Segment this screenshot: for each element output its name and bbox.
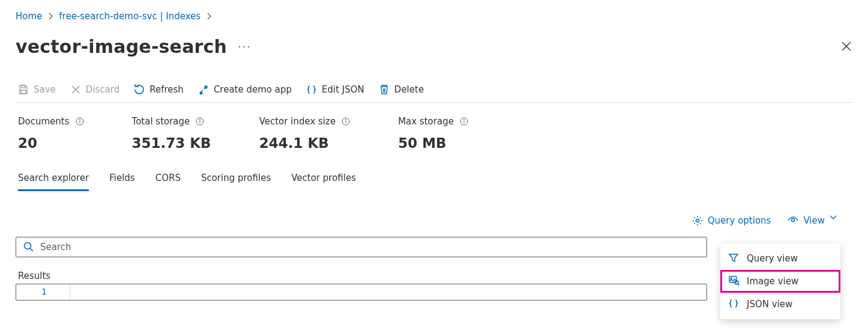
chevron-right-icon [48,13,53,20]
search-input[interactable] [40,242,699,252]
query-options-label: Query options [708,215,771,226]
svg-rect-2 [22,85,25,88]
results-content[interactable] [70,284,707,300]
menu-item-json-view[interactable]: JSON view [720,293,840,316]
close-button[interactable] [842,41,852,52]
query-options-button[interactable]: Query options [692,215,771,226]
discard-label: Discard [86,84,119,95]
toolbar: Save Discard Refresh Create demo app Edi… [16,84,852,103]
info-icon[interactable] [76,117,84,126]
stat-vector-index-label: Vector index size [259,116,336,127]
results-line-number: 1 [16,284,70,300]
info-icon[interactable] [196,117,204,126]
edit-json-button[interactable]: Edit JSON [306,84,364,95]
svg-point-22 [792,219,795,222]
tab-cors[interactable]: CORS [155,173,181,191]
page-title: vector-image-search [16,36,227,57]
menu-item-query-view[interactable]: Query view [720,247,840,270]
breadcrumb-service[interactable]: free-search-demo-svc | Indexes [59,11,200,22]
tab-vector-profiles[interactable]: Vector profiles [291,173,356,191]
svg-point-14 [200,119,200,120]
delete-button[interactable]: Delete [379,84,424,95]
tab-search-explorer[interactable]: Search explorer [18,173,89,191]
svg-point-21 [696,219,699,222]
svg-line-28 [738,284,740,286]
view-button[interactable]: View [788,215,840,226]
tab-scoring-profiles[interactable]: Scoring profiles [201,173,271,191]
view-menu: Query view Image view JSON view [720,243,840,319]
braces-icon [729,299,740,310]
menu-item-query-view-label: Query view [747,253,798,264]
stat-vector-index: Vector index size 244.1 KB [259,116,350,151]
chevron-right-icon [206,13,211,20]
save-button: Save [18,84,56,95]
menu-item-json-view-label: JSON view [747,299,792,310]
create-demo-label: Create demo app [214,84,292,95]
stat-total-storage: Total storage 351.73 KB [132,116,211,151]
info-icon[interactable] [460,117,468,126]
stat-max-storage: Max storage 50 MB [398,116,468,151]
svg-point-11 [79,119,80,120]
refresh-icon [134,84,145,95]
tab-fields[interactable]: Fields [109,173,134,191]
stats-row: Documents 20 Total storage 351.73 KB Vec… [16,116,852,151]
stat-max-storage-label: Max storage [398,116,454,127]
stat-max-storage-value: 50 MB [398,135,468,151]
close-icon [70,84,81,95]
save-icon [18,84,29,95]
tab-bar: Search explorer Fields CORS Scoring prof… [16,173,852,191]
svg-rect-3 [21,90,26,94]
tools-icon [198,84,209,95]
info-icon[interactable] [342,117,350,126]
create-demo-button[interactable]: Create demo app [198,84,292,95]
filter-icon [729,253,740,264]
svg-line-24 [30,248,33,251]
search-icon [23,242,34,252]
menu-item-image-view-label: Image view [747,276,798,287]
eye-icon [788,215,798,226]
search-container[interactable] [16,237,707,257]
breadcrumb-home[interactable]: Home [16,11,42,22]
results-box: 1 [16,284,707,301]
svg-point-23 [25,243,31,249]
delete-label: Delete [394,84,424,95]
svg-point-17 [346,119,346,120]
breadcrumb: Home free-search-demo-svc | Indexes [16,11,852,22]
stat-total-storage-value: 351.73 KB [132,135,211,151]
refresh-button[interactable]: Refresh [134,84,184,95]
refresh-label: Refresh [149,84,184,95]
save-label: Save [34,84,56,95]
gear-icon [692,215,703,226]
image-search-icon [729,276,740,287]
chevron-down-icon [830,215,840,226]
more-actions-button[interactable]: ··· [238,41,252,52]
title-row: vector-image-search ··· [16,36,852,57]
svg-point-20 [463,119,464,120]
delete-icon [379,84,390,95]
stat-total-storage-label: Total storage [132,116,190,127]
stat-documents: Documents 20 [18,116,84,151]
edit-json-label: Edit JSON [322,84,364,95]
menu-item-image-view[interactable]: Image view [720,270,840,293]
stat-vector-index-value: 244.1 KB [259,135,350,151]
options-row: Query options View [16,215,852,226]
stat-documents-label: Documents [18,116,70,127]
discard-button: Discard [70,84,119,95]
svg-point-26 [731,278,732,279]
braces-icon [306,84,317,95]
stat-documents-value: 20 [18,135,84,151]
view-label: View [803,215,825,226]
